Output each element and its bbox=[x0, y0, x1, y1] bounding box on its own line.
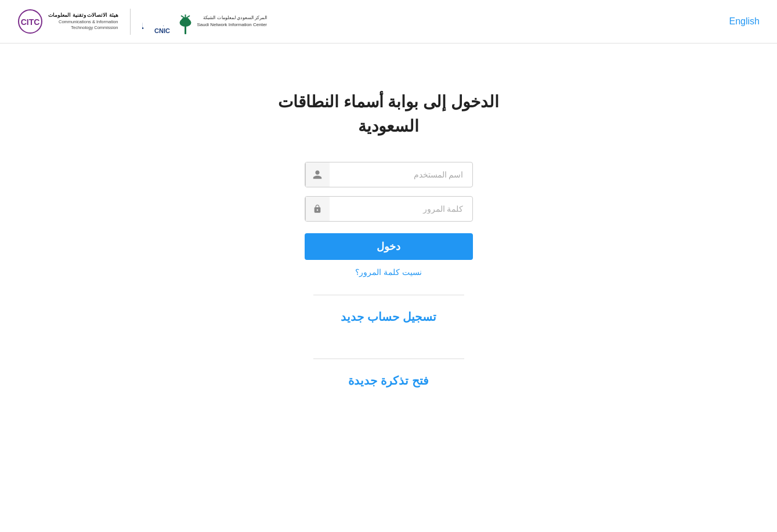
username-input[interactable] bbox=[330, 163, 472, 186]
forgot-password-container: نسيت كلمة المرور؟ bbox=[355, 267, 422, 277]
open-ticket-link[interactable]: فتح تذكرة جديدة bbox=[348, 374, 428, 387]
language-switcher[interactable]: English bbox=[729, 16, 760, 27]
citc-icon: CITC bbox=[17, 9, 44, 35]
header-logos: المركز السعودي لمعلومات الشبكة Saudi Net… bbox=[17, 9, 267, 35]
header-left: English bbox=[729, 16, 760, 27]
header: English المركز السعودي لمعلومات الشبكة S… bbox=[0, 0, 777, 44]
register-link[interactable]: تسجيل حساب جديد bbox=[341, 310, 436, 323]
citc-logo: هيئة الاتصالات وتقنية المعلومات Communic… bbox=[17, 9, 118, 35]
lock-icon bbox=[305, 197, 330, 221]
svg-text:CITC: CITC bbox=[21, 17, 40, 27]
sanic-logo: المركز السعودي لمعلومات الشبكة Saudi Net… bbox=[142, 9, 268, 35]
ticket-container: فتح تذكرة جديدة bbox=[348, 374, 428, 388]
login-form-container: دخول نسيت كلمة المرور؟ تسجيل حساب جديد ف… bbox=[305, 162, 473, 388]
login-button[interactable]: دخول bbox=[305, 233, 473, 260]
svg-text:CNIC: CNIC bbox=[154, 27, 170, 34]
password-input[interactable] bbox=[330, 197, 472, 220]
main-content: الدخول إلى بوابة أسماء النطاقات السعودية… bbox=[0, 44, 777, 388]
page-title: الدخول إلى بوابة أسماء النطاقات السعودية bbox=[278, 90, 499, 139]
svg-text:sa: sa bbox=[142, 15, 143, 32]
register-container: تسجيل حساب جديد bbox=[341, 310, 436, 324]
logo-divider bbox=[130, 9, 131, 35]
header-right: المركز السعودي لمعلومات الشبكة Saudi Net… bbox=[17, 9, 267, 35]
svg-text:.: . bbox=[162, 21, 164, 27]
sa-logo-svg: sa CNIC . bbox=[142, 9, 194, 35]
password-input-group bbox=[305, 196, 473, 222]
svg-rect-0 bbox=[185, 26, 186, 34]
sanic-text: المركز السعودي لمعلومات الشبكة Saudi Net… bbox=[197, 15, 268, 28]
username-input-group bbox=[305, 162, 473, 187]
citc-text: هيئة الاتصالات وتقنية المعلومات Communic… bbox=[48, 12, 118, 31]
section-divider-2 bbox=[313, 359, 464, 359]
user-icon bbox=[305, 162, 330, 187]
section-divider-1 bbox=[313, 295, 464, 295]
forgot-password-link[interactable]: نسيت كلمة المرور؟ bbox=[355, 267, 422, 277]
